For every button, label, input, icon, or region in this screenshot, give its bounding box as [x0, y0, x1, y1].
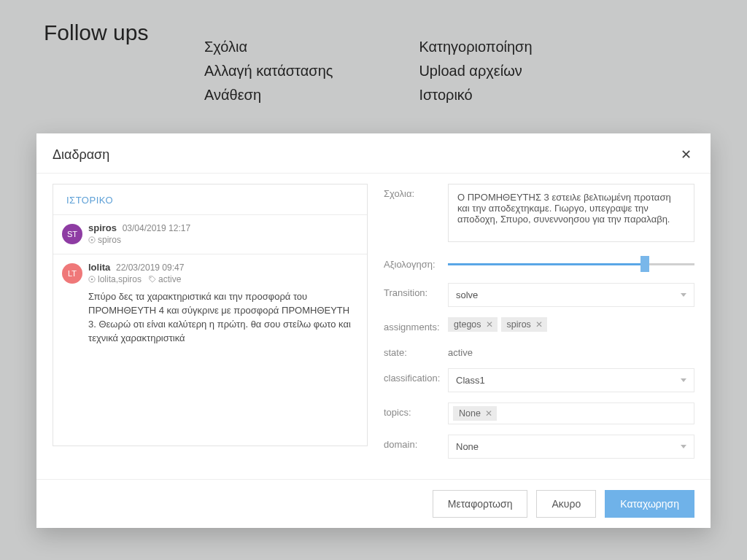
entry-assignees: lolita,spiros [98, 274, 142, 284]
chip[interactable]: spiros ✕ [501, 317, 547, 332]
upload-button[interactable]: Μεταφορτωση [433, 490, 528, 518]
modal-title: Διαδραση [53, 147, 109, 163]
classification-value: Class1 [456, 375, 485, 386]
history-entry: LT lolita 22/03/2019 09:47 lolita,spiros [53, 254, 367, 354]
topics-chips[interactable]: None ✕ [448, 402, 694, 424]
assignee-meta: lolita,spiros [88, 274, 142, 284]
topics-label: topics: [384, 402, 448, 418]
feature-col-1: Σχόλια Αλλαγή κατάστασης Ανάθεση [204, 35, 333, 107]
submit-button[interactable]: Καταχωρηση [605, 490, 694, 518]
assignments-label: assignments: [384, 317, 448, 332]
tag-icon [149, 276, 156, 283]
feature-item: Αλλαγή κατάστασης [204, 59, 333, 83]
feature-columns: Σχόλια Αλλαγή κατάστασης Ανάθεση Κατηγορ… [44, 35, 703, 107]
svg-point-3 [91, 279, 93, 281]
transition-value: solve [456, 289, 478, 300]
modal-footer: Μεταφορτωση Ακυρο Καταχωρηση [36, 479, 711, 528]
domain-value: None [456, 441, 479, 452]
rating-label: Αξιολογηση: [384, 259, 448, 270]
divider [36, 173, 711, 174]
entry-tag: active [158, 274, 181, 284]
state-label: state: [384, 343, 448, 358]
chip-remove-icon[interactable]: ✕ [535, 319, 543, 330]
modal-body: ΙΣΤΟΡΙΚΟ ST spiros 03/04/2019 12:17 spir… [36, 181, 711, 479]
tag-meta: active [149, 274, 181, 284]
chevron-down-icon [681, 378, 686, 382]
history-panel: ΙΣΤΟΡΙΚΟ ST spiros 03/04/2019 12:17 spir… [53, 184, 368, 446]
entry-text: Σπύρο δες τα χαρακτηριστικά και την προσ… [88, 290, 357, 345]
avatar: ST [62, 224, 82, 244]
feature-item: Ανάθεση [204, 83, 333, 107]
slider-thumb[interactable] [640, 256, 649, 272]
feature-item: Σχόλια [204, 35, 333, 59]
svg-point-1 [91, 239, 93, 241]
target-icon [88, 236, 96, 244]
comments-input[interactable] [448, 184, 694, 242]
domain-select[interactable]: None [448, 435, 694, 459]
interaction-form: Σχολια: Αξιολογηση: Transition: [384, 184, 694, 479]
avatar: LT [62, 263, 82, 284]
chip[interactable]: None ✕ [453, 406, 497, 421]
chip[interactable]: gtegos ✕ [448, 317, 498, 332]
modal-header: Διαδραση ✕ [36, 133, 711, 173]
classification-label: classification: [384, 368, 448, 384]
chevron-down-icon [681, 445, 686, 448]
domain-label: domain: [384, 435, 448, 450]
chip-remove-icon[interactable]: ✕ [486, 319, 493, 330]
close-icon[interactable]: ✕ [678, 144, 694, 166]
feature-item: Κατηγοριοποίηση [419, 35, 532, 59]
entry-date: 22/03/2019 09:47 [116, 262, 184, 273]
interaction-modal: Διαδραση ✕ ΙΣΤΟΡΙΚΟ ST spiros 03/04/2019… [36, 133, 711, 528]
classification-select[interactable]: Class1 [448, 368, 694, 392]
entry-user: spiros [88, 222, 117, 233]
svg-point-4 [150, 277, 152, 279]
assignments-chips[interactable]: gtegos ✕ spiros ✕ [448, 317, 694, 332]
target-icon [88, 276, 96, 283]
entry-date: 03/04/2019 12:17 [123, 223, 190, 233]
transition-select[interactable]: solve [448, 283, 694, 307]
assignee-meta: spiros [88, 235, 121, 245]
history-header: ΙΣΤΟΡΙΚΟ [53, 184, 367, 214]
comments-label: Σχολια: [384, 184, 448, 199]
feature-item: Upload αρχείων [419, 59, 532, 83]
feature-item: Ιστορικό [419, 83, 532, 107]
history-entry: ST spiros 03/04/2019 12:17 spiros [53, 214, 367, 254]
entry-assignees: spiros [98, 235, 121, 245]
page-header: Follow ups Σχόλια Αλλαγή κατάστασης Ανάθ… [0, 0, 747, 107]
chip-remove-icon[interactable]: ✕ [485, 408, 492, 419]
cancel-button[interactable]: Ακυρο [536, 490, 596, 518]
rating-slider[interactable] [448, 255, 694, 273]
entry-user: lolita [88, 262, 110, 273]
feature-col-2: Κατηγοριοποίηση Upload αρχείων Ιστορικό [419, 35, 532, 107]
chevron-down-icon [681, 293, 686, 297]
state-value: active [448, 343, 694, 358]
transition-label: Transition: [384, 283, 448, 298]
